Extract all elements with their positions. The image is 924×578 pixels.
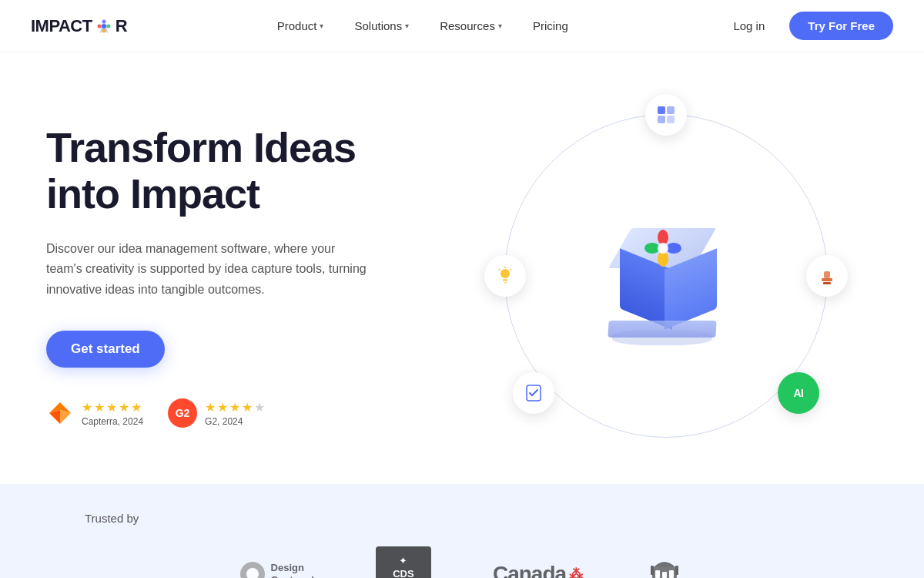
svg-line-18 — [499, 269, 500, 271]
g2-label: G2, 2024 — [205, 416, 265, 427]
orbit-ring: AI — [504, 114, 828, 438]
g2-star-3: ★ — [229, 400, 240, 415]
g2-logo-icon: G2 — [168, 398, 197, 428]
g2-stars: ★ ★ ★ ★ ★ — [205, 400, 265, 415]
nav-resources-label: Resources — [440, 19, 495, 32]
svg-rect-22 — [823, 282, 831, 284]
svg-rect-13 — [667, 116, 675, 123]
ai-orbit-icon: AI — [778, 372, 819, 414]
hero-section: Transform Ideas into Impact Discover our… — [0, 52, 924, 484]
nav-item-solutions[interactable]: Solutions ▾ — [342, 13, 421, 39]
hero-subtitle: Discover our idea management software, w… — [46, 239, 370, 300]
uottawa-logo: uOttawa — [644, 550, 684, 579]
capterra-label: Capterra, 2024 — [82, 416, 143, 427]
svg-rect-16 — [504, 282, 507, 284]
g2-rating-info: ★ ★ ★ ★ ★ G2, 2024 — [205, 400, 265, 427]
star-1: ★ — [82, 400, 92, 415]
nav-item-pricing[interactable]: Pricing — [521, 13, 581, 39]
svg-rect-33 — [662, 572, 667, 578]
svg-point-3 — [106, 24, 110, 28]
ratings-section: ★ ★ ★ ★ ★ Capterra, 2024 G2 ★ ★ ★ — [46, 398, 370, 428]
get-started-button[interactable]: Get started — [46, 331, 165, 368]
center-cube-illustration — [589, 199, 743, 353]
svg-point-5 — [97, 24, 101, 28]
trusted-label: Trusted by — [85, 512, 139, 525]
g2-star-4: ★ — [242, 400, 253, 415]
nav-item-product[interactable]: Product ▾ — [265, 13, 336, 39]
svg-rect-12 — [658, 116, 665, 123]
svg-rect-10 — [658, 106, 665, 114]
nav-product-label: Product — [277, 19, 317, 32]
svg-rect-34 — [651, 566, 654, 575]
product-chevron-icon: ▾ — [320, 22, 323, 30]
design-centered-logo: Design Centered — [240, 562, 314, 578]
svg-rect-11 — [667, 106, 675, 114]
g2-star-half: ★ — [254, 400, 265, 415]
isometric-cube — [604, 214, 728, 338]
capterra-rating: ★ ★ ★ ★ ★ Capterra, 2024 — [46, 399, 143, 427]
g2-star-1: ★ — [205, 400, 216, 415]
nav-pricing-label: Pricing — [533, 19, 568, 32]
hero-illustration: AI — [454, 99, 878, 453]
hero-left-content: Transform Ideas into Impact Discover our… — [46, 124, 370, 428]
solutions-chevron-icon: ▾ — [405, 22, 409, 30]
nav-solutions-label: Solutions — [354, 19, 402, 32]
resources-chevron-icon: ▾ — [498, 22, 502, 30]
try-for-free-button[interactable]: Try For Free — [789, 12, 893, 40]
svg-rect-15 — [503, 279, 507, 281]
svg-rect-20 — [822, 278, 832, 281]
capterra-stars: ★ ★ ★ ★ ★ — [82, 400, 143, 415]
checklist-orbit-icon — [513, 372, 554, 414]
logo-text-part1: IMPACT — [31, 16, 92, 36]
svg-point-28 — [658, 243, 668, 254]
g2-rating: G2 ★ ★ ★ ★ ★ G2, 2024 — [168, 398, 265, 428]
svg-rect-32 — [669, 570, 674, 578]
svg-point-4 — [102, 29, 105, 32]
star-4: ★ — [119, 400, 129, 415]
cds-snc-logo: ✦ CDS SNC — [376, 546, 431, 578]
capterra-rating-info: ★ ★ ★ ★ ★ Capterra, 2024 — [82, 400, 143, 427]
dashboard-orbit-icon — [645, 94, 687, 136]
svg-point-14 — [500, 269, 510, 278]
stamp-orbit-icon — [806, 255, 848, 297]
lightbulb-orbit-icon — [484, 255, 526, 297]
svg-rect-21 — [824, 271, 830, 278]
star-2: ★ — [94, 400, 105, 415]
nav-actions: Log in Try For Free — [718, 12, 893, 40]
svg-line-19 — [511, 269, 512, 271]
trusted-logos-row: Design Centered ✦ CDS SNC Canada ⁂ — [46, 546, 878, 578]
logo-star-icon — [95, 18, 112, 35]
capterra-logo-icon — [46, 399, 74, 427]
canada-logo: Canada ⁂ — [493, 562, 583, 578]
svg-rect-31 — [655, 570, 660, 578]
svg-point-2 — [102, 19, 105, 23]
g2-star-2: ★ — [217, 400, 228, 415]
logo[interactable]: IMPACT R — [31, 16, 127, 36]
login-button[interactable]: Log in — [718, 13, 780, 39]
star-half: ★ — [131, 400, 142, 415]
nav-item-resources[interactable]: Resources ▾ — [427, 13, 514, 39]
hero-title: Transform Ideas into Impact — [46, 124, 370, 217]
star-3: ★ — [106, 400, 117, 415]
svg-rect-35 — [675, 566, 678, 575]
nav-links: Product ▾ Solutions ▾ Resources ▾ Pricin… — [265, 13, 581, 39]
trusted-section: Trusted by Design Centered ✦ CDS S — [0, 484, 924, 578]
logo-text-part2: R — [116, 16, 127, 36]
navbar: IMPACT R Product ▾ Solutions ▾ Resources — [0, 0, 924, 52]
